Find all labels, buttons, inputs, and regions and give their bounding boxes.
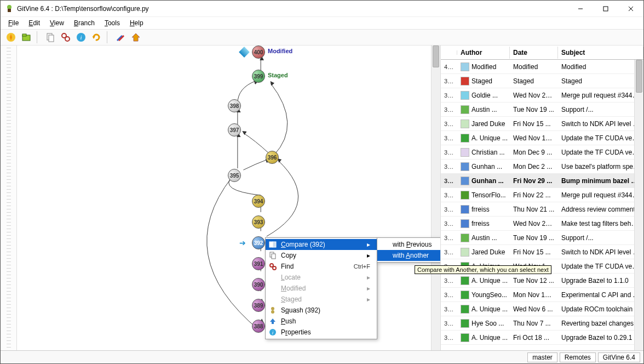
ctx-compare-previous[interactable]: with Previous [377,239,441,250]
graph-node-395[interactable]: 395 [228,169,241,182]
table-row[interactable]: 392Gunhan ...Fri Nov 29 ...Bump minimum … [441,174,643,188]
svg-rect-23 [272,254,275,259]
toolbar-copy-icon[interactable] [44,31,56,43]
row-index: 385 [441,275,457,286]
maximize-button[interactable] [593,1,618,16]
table-row[interactable]: 393Gunhan ...Mon Dec 2 ...Use bazel's pl… [441,160,643,174]
table-scrollbar[interactable] [634,60,643,350]
graph-node-397[interactable]: 397 [228,123,241,136]
status-branch[interactable]: master [527,352,557,362]
ctx-squash[interactable]: Squash (392) [266,305,377,316]
row-author: Jared Duke [457,117,510,130]
table-row[interactable]: 397Austin ...Tue Nov 19 ...Support /... [441,103,643,117]
table-row[interactable]: 400ModifiedModifiedModified [441,60,643,74]
row-date: Tue Nov 19 ... [510,232,558,244]
graph-node-400[interactable]: 400 [252,46,265,59]
table-row[interactable]: 390frreissThu Nov 21 ...Address review c… [441,202,643,217]
table-row[interactable]: 389frreissWed Nov 20 ...Make test tag fi… [441,217,643,231]
menu-edit[interactable]: Edit [24,18,44,28]
toolbar-find-icon[interactable] [60,31,72,43]
header-date[interactable]: Date [510,47,558,59]
graph-node-396[interactable]: 396 [266,151,279,164]
avatar-icon [461,134,469,143]
row-date: Wed Nov 20 ... [510,218,558,230]
status-app[interactable]: GitVine 6.4 [598,352,640,362]
toolbar-new-icon[interactable] [5,31,17,43]
minimize-button[interactable] [568,1,593,16]
ctx-compare-another[interactable]: with Another [377,250,441,261]
avatar-icon [461,120,469,128]
graph-node-389[interactable]: 389 [252,299,265,312]
row-date: Wed Nov 13 ... [510,132,558,144]
svg-point-12 [65,37,70,41]
status-remotes[interactable]: Remotes [560,352,596,362]
ctx-copy[interactable]: Copy ▸ [266,250,377,261]
avatar-icon [461,333,469,342]
row-subject: Make test tag filters behave a... [558,218,643,230]
graph-scrollbar[interactable] [431,46,440,350]
menu-view[interactable]: View [45,18,68,28]
toolbar: i [1,29,643,46]
graph-node-399[interactable]: 399 [252,70,265,83]
row-subject: Update the TF CUDA version ... [558,260,643,272]
graph-node-393[interactable]: 393 [252,215,265,229]
ctx-push[interactable]: Push [266,316,377,327]
row-date: Mon Dec 9 ... [510,146,558,158]
graph-node-398[interactable]: 398 [228,99,241,112]
graph-pane[interactable]: 400 Modified 399 Staged 398 397 396 395 … [17,46,441,350]
header-subject[interactable]: Subject [558,47,643,59]
close-button[interactable] [618,1,643,16]
menu-help[interactable]: Help [125,18,148,28]
table-row[interactable]: 391TensorFlo...Fri Nov 22 ...Merge pull … [441,188,643,202]
svg-rect-1 [8,9,11,12]
commit-table: Author Date Subject 400ModifiedModifiedM… [441,46,643,350]
row-index: 382 [441,318,457,329]
menu-branch[interactable]: Branch [70,18,99,28]
row-author: Hye Soo ... [457,317,510,330]
table-row[interactable]: 383A. Unique ...Wed Nov 6 ...Update ROCm… [441,302,643,316]
ctx-compare[interactable]: Compare (392) ▸ [266,239,377,250]
toolbar-info-icon[interactable]: i [75,31,87,43]
overview-gutter[interactable] [1,46,17,350]
graph-node-394[interactable]: 394 [252,195,265,208]
row-date: Fri Nov 29 ... [510,175,558,187]
row-author: A. Unique ... [457,132,510,145]
row-subject: Support /... [558,104,643,116]
graph-node-390[interactable]: 390 [252,278,265,291]
table-row[interactable]: 398Goldie ...Wed Nov 20 ...Merge pull re… [441,88,643,103]
copy-icon [268,251,278,260]
toolbar-home-icon[interactable] [130,31,142,43]
table-row[interactable]: 394Christian ...Mon Dec 9 ...Update the … [441,145,643,160]
svg-text:i: i [80,34,82,41]
table-row[interactable]: 399StagedStagedStaged [441,74,643,88]
table-row[interactable]: 385A. Unique ...Tue Nov 12 ...Upgrade Ba… [441,274,643,288]
menu-file[interactable]: File [4,18,23,28]
menu-tools[interactable]: Tools [100,18,124,28]
table-row[interactable]: 395A. Unique ...Wed Nov 13 ...Update the… [441,131,643,145]
table-row[interactable]: 382Hye Soo ...Thu Nov 7 ...Reverting baz… [441,316,643,331]
row-index: 396 [441,118,457,129]
svg-rect-8 [22,34,26,36]
ctx-find[interactable]: Find Ctrl+F [266,261,377,272]
row-index: 391 [441,190,457,201]
graph-node-392[interactable]: 392 [252,236,265,249]
table-row[interactable]: 384YoungSeo...Mon Nov 11 ...Experimental… [441,288,643,302]
table-row[interactable]: 388Austin ...Tue Nov 19 ...Support /... [441,231,643,245]
toolbar-tools-icon[interactable] [114,31,127,43]
avatar-icon [461,234,469,242]
row-subject: Reverting bazel changes. [558,317,643,329]
toolbar-open-icon[interactable] [20,31,32,43]
ctx-properties[interactable]: i Properties [266,327,377,338]
row-index: 390 [441,204,457,215]
app-window: GitVine 6.4 : D:\Temp\tensorflow\configu… [0,0,644,364]
table-row[interactable]: 381A. Unique ...Fri Oct 18 ...Upgrade Ba… [441,331,643,345]
table-row[interactable]: 396Jared DukeFri Nov 15 ...Switch to NDK… [441,117,643,131]
row-subject: Update ROCm toolchain ... [558,303,643,315]
table-row[interactable]: 387Jared DukeFri Nov 15 ...Switch to NDK… [441,245,643,259]
header-author[interactable]: Author [457,47,510,59]
row-author: Modified [457,60,510,73]
graph-node-391[interactable]: 391 [252,257,265,270]
graph-node-388[interactable]: 388 [252,320,265,333]
toolbar-reload-icon[interactable] [90,31,102,43]
find-icon [268,262,278,271]
